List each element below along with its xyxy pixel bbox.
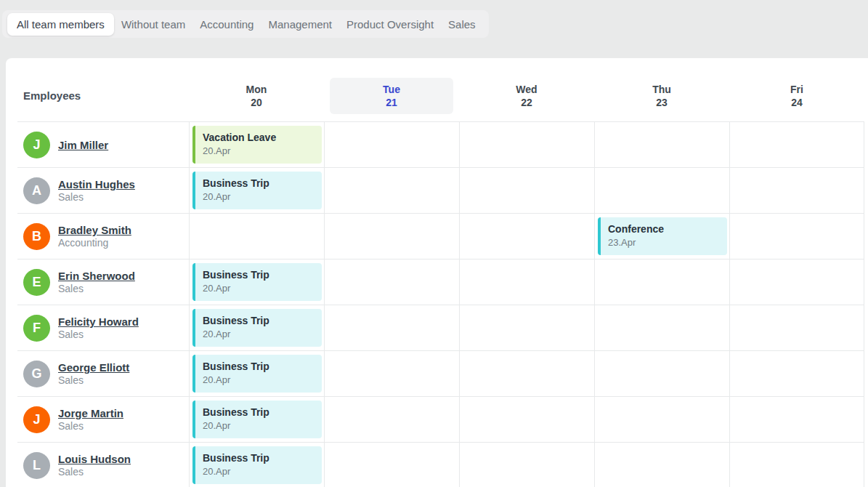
schedule-cell[interactable] [459,351,594,396]
day-date: 21 [330,96,453,109]
day-header-fri[interactable]: Fri24 [729,58,864,121]
employee-info: George ElliottSales [58,361,129,386]
avatar: J [23,132,50,158]
employee-name-link[interactable]: Bradley Smith [58,224,131,236]
schedule-cell[interactable] [729,397,864,442]
schedule-cell[interactable] [459,443,594,487]
schedule-cell[interactable]: Business Trip20.Apr [189,443,324,487]
schedule-cell[interactable] [594,443,729,487]
schedule-cell[interactable] [729,214,864,259]
schedule-cell[interactable] [459,168,594,213]
employee-row: JJim MillerVacation Leave20.Apr [17,122,864,168]
schedule-cell[interactable] [729,168,864,213]
event-chip-business-trip[interactable]: Business Trip20.Apr [192,401,322,438]
event-date: 20.Apr [203,190,315,203]
avatar: G [23,361,50,387]
employee-cell: BBradley SmithAccounting [17,214,189,259]
employee-info: Erin SherwoodSales [58,270,135,294]
schedule-cell[interactable] [729,259,864,305]
schedule-cell[interactable] [459,397,594,442]
event-date: 23.Apr [608,236,720,249]
day-header-mon[interactable]: Mon20 [189,58,324,121]
schedule-cell[interactable] [729,122,864,167]
day-header-thu[interactable]: Thu23 [594,58,729,121]
event-date: 20.Apr [203,374,315,386]
employee-cell: FFelicity HowardSales [17,305,189,350]
schedule-cell[interactable]: Business Trip20.Apr [189,259,324,305]
schedule-cell[interactable] [324,259,459,305]
schedule-cell[interactable] [324,305,459,350]
schedule-cell[interactable] [594,305,729,350]
employee-team-label: Sales [58,466,131,478]
employee-row: FFelicity HowardSalesBusiness Trip20.Apr [17,305,864,351]
event-date: 20.Apr [203,465,315,478]
schedule-cell[interactable] [594,168,729,213]
tab-sales[interactable]: Sales [441,13,483,36]
schedule-cell[interactable] [324,214,459,259]
employee-name-link[interactable]: Jim Miller [58,139,108,151]
schedule-cell[interactable]: Business Trip20.Apr [189,168,324,213]
employee-name-link[interactable]: Jorge Martin [58,407,123,419]
event-chip-business-trip[interactable]: Business Trip20.Apr [192,263,322,301]
calendar-header-row: Employees Mon20Tue21Wed22Thu23Fri24 [17,58,864,122]
schedule-cell[interactable] [324,122,459,167]
schedule-cell[interactable] [594,351,729,396]
schedule-cell[interactable]: Business Trip20.Apr [189,351,324,396]
event-chip-business-trip[interactable]: Business Trip20.Apr [192,446,322,484]
avatar: L [23,452,50,479]
event-date: 20.Apr [203,419,315,432]
employee-info: Bradley SmithAccounting [58,224,131,249]
event-title: Business Trip [203,177,315,190]
day-header-tue[interactable]: Tue21 [324,58,459,121]
schedule-cell[interactable] [324,443,459,487]
day-label: Fri24 [735,78,859,114]
schedule-cell[interactable] [594,122,729,167]
schedule-cell[interactable]: Conference23.Apr [594,214,729,259]
tab-without-team[interactable]: Without team [114,13,192,36]
schedule-cell[interactable]: Vacation Leave20.Apr [189,122,324,167]
schedule-cell[interactable]: Business Trip20.Apr [189,397,324,442]
tab-management[interactable]: Management [261,13,339,36]
day-header-wed[interactable]: Wed22 [459,58,594,121]
schedule-cell[interactable] [324,168,459,213]
employee-row: JJorge MartinSalesBusiness Trip20.Apr [17,397,864,443]
event-title: Business Trip [203,451,315,464]
tab-product-oversight[interactable]: Product Oversight [339,13,441,36]
schedule-cell[interactable] [324,351,459,396]
event-chip-business-trip[interactable]: Business Trip20.Apr [192,172,322,209]
event-chip-conference[interactable]: Conference23.Apr [598,217,727,255]
day-label: Wed22 [465,78,588,114]
employee-name-link[interactable]: Erin Sherwood [58,270,135,282]
event-chip-vacation-leave[interactable]: Vacation Leave20.Apr [192,126,322,164]
schedule-cell[interactable] [459,122,594,167]
event-title: Business Trip [203,268,315,281]
tab-accounting[interactable]: Accounting [192,13,261,36]
schedule-cell[interactable] [594,397,729,442]
employee-name-link[interactable]: Austin Hughes [58,178,135,190]
schedule-cell[interactable] [459,214,594,259]
schedule-cell[interactable] [459,305,594,350]
avatar: E [23,269,50,296]
employee-cell: EErin SherwoodSales [17,259,189,305]
employee-name-link[interactable]: George Elliott [58,361,129,374]
employee-info: Jorge MartinSales [58,407,123,432]
schedule-cell[interactable] [729,443,864,487]
employee-name-link[interactable]: Felicity Howard [58,315,139,328]
schedule-cell[interactable]: Business Trip20.Apr [189,305,324,350]
schedule-cell[interactable] [324,397,459,442]
tab-all-team-members[interactable]: All team members [7,13,114,36]
schedule-cell[interactable] [729,351,864,396]
employee-row: GGeorge ElliottSalesBusiness Trip20.Apr [17,351,864,397]
event-title: Vacation Leave [203,131,315,144]
schedule-cell[interactable] [729,305,864,350]
employee-row: EErin SherwoodSalesBusiness Trip20.Apr [17,259,864,305]
avatar: B [23,223,50,250]
event-chip-business-trip[interactable]: Business Trip20.Apr [192,309,322,347]
schedule-cell[interactable] [459,259,594,305]
schedule-table: Employees Mon20Tue21Wed22Thu23Fri24 JJim… [17,58,864,487]
calendar-card: Employees Mon20Tue21Wed22Thu23Fri24 JJim… [6,58,868,487]
schedule-cell[interactable] [594,259,729,305]
employee-name-link[interactable]: Louis Hudson [58,453,131,465]
schedule-cell[interactable] [189,214,324,259]
event-chip-business-trip[interactable]: Business Trip20.Apr [192,355,322,393]
